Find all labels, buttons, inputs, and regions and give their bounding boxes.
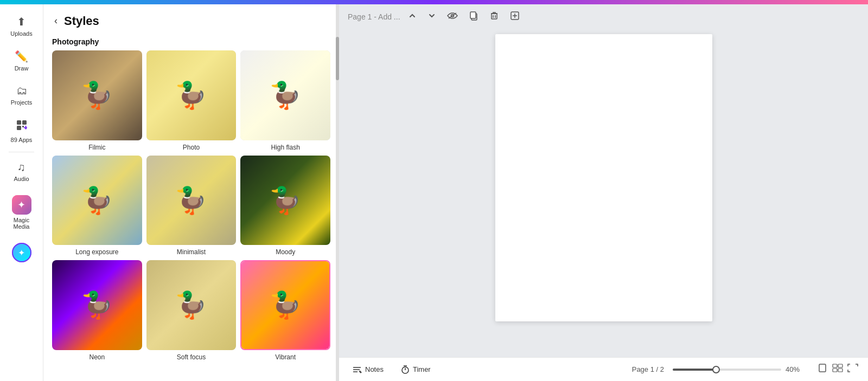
sidebar-item-projects-label: Projects	[11, 99, 33, 106]
sidebar-item-uploads[interactable]: ⬆ Uploads	[2, 10, 41, 42]
zoom-percentage: 40%	[786, 365, 807, 373]
sidebar-item-audio-label: Audio	[14, 176, 29, 182]
zoom-slider[interactable]	[673, 369, 781, 371]
sidebar-item-uploads-label: Uploads	[10, 30, 32, 37]
svg-rect-24	[833, 364, 837, 367]
styles-header: ‹ Styles	[43, 4, 339, 33]
zoom-control: 40%	[673, 365, 807, 373]
audio-icon: ♫	[17, 161, 25, 173]
zoom-thumb[interactable]	[712, 366, 720, 373]
timer-label: Timer	[413, 365, 431, 373]
canvas-page	[495, 34, 712, 321]
style-item-neon[interactable]: 🦆 Neon	[52, 260, 142, 361]
add-page-button[interactable]	[507, 9, 523, 24]
style-label-vibrant: Vibrant	[275, 353, 296, 361]
sidebar-item-apps-label: 89 Apps	[11, 137, 33, 143]
softfocus-preview: 🦆	[146, 260, 237, 350]
style-thumb-neon: 🦆	[52, 260, 142, 350]
style-thumb-filmic: 🦆	[52, 50, 142, 140]
style-label-minimalist: Minimalist	[177, 248, 206, 256]
single-page-view-button[interactable]	[816, 363, 829, 376]
delete-button[interactable]	[486, 9, 502, 24]
bottom-bar: Notes Timer Page 1 / 2 40%	[339, 357, 868, 381]
style-item-minimalist[interactable]: 🦆 Minimalist	[146, 156, 237, 256]
sidebar-item-draw[interactable]: ✏️ Draw	[2, 44, 41, 77]
minimalist-preview: 🦆	[146, 156, 237, 246]
style-label-photo: Photo	[183, 144, 200, 151]
style-item-moody[interactable]: 🦆 Moody	[240, 156, 330, 256]
sidebar-item-apps[interactable]: 89 Apps	[2, 113, 41, 148]
moody-preview: 🦆	[240, 156, 330, 246]
style-item-filmic[interactable]: 🦆 Filmic	[52, 50, 142, 151]
vibrant-preview: 🦆	[241, 261, 329, 349]
style-thumb-longexposure: 🦆	[52, 156, 142, 246]
svg-rect-4	[22, 126, 24, 127]
magic-studio-icon: ✦	[12, 243, 31, 262]
page-label: Page 1 - Add ...	[348, 12, 400, 21]
uploads-icon: ⬆	[17, 15, 26, 28]
sidebar-item-magic-studio[interactable]: ✦	[2, 237, 41, 270]
sidebar-item-draw-label: Draw	[15, 65, 29, 72]
style-item-photo[interactable]: 🦆 Photo	[146, 50, 237, 151]
style-thumb-softfocus: 🦆	[146, 260, 237, 350]
svg-rect-11	[492, 14, 497, 19]
style-thumb-photo: 🦆	[146, 50, 237, 140]
apps-icon	[15, 119, 28, 134]
page-controls: Page 1 - Add ...	[339, 4, 868, 29]
svg-rect-10	[470, 12, 476, 18]
back-button[interactable]: ‹	[52, 13, 60, 29]
styles-title: Styles	[64, 14, 99, 28]
notes-icon	[352, 365, 362, 374]
copy-button[interactable]	[465, 9, 482, 24]
timer-icon	[401, 365, 410, 374]
canvas-area: Page 1 - Add ...	[339, 4, 868, 381]
sidebar-item-audio[interactable]: ♫ Audio	[2, 156, 41, 188]
svg-rect-23	[819, 364, 826, 372]
style-label-longexposure: Long exposure	[75, 248, 118, 256]
grid-view-button[interactable]	[831, 363, 844, 376]
style-item-vibrant[interactable]: 🦆 Vibrant	[240, 260, 330, 361]
page-dash: -	[374, 12, 378, 21]
draw-icon: ✏️	[15, 50, 28, 63]
filmic-preview: 🦆	[52, 50, 142, 140]
scroll-thumb[interactable]	[336, 37, 339, 80]
style-item-longexposure[interactable]: 🦆 Long exposure	[52, 156, 142, 256]
timer-button[interactable]: Timer	[397, 363, 435, 376]
page-down-button[interactable]	[424, 9, 439, 24]
style-item-softfocus[interactable]: 🦆 Soft focus	[146, 260, 237, 361]
page-number-label: Page 1	[348, 12, 372, 21]
sidebar-item-projects[interactable]: 🗂 Projects	[2, 79, 41, 111]
notes-button[interactable]: Notes	[348, 363, 388, 376]
svg-rect-25	[838, 364, 843, 367]
highflash-preview: 🦆	[240, 50, 330, 140]
style-label-highflash: High flash	[271, 144, 299, 151]
section-title: Photography	[43, 33, 339, 50]
magic-media-icon: ✦	[12, 195, 31, 215]
style-label-filmic: Filmic	[88, 144, 105, 151]
page-action-label[interactable]: Add ...	[378, 12, 400, 21]
svg-rect-27	[838, 369, 843, 372]
style-label-neon: Neon	[89, 353, 105, 361]
canvas-wrapper[interactable]	[339, 29, 868, 357]
page-up-button[interactable]	[405, 9, 420, 24]
neon-preview: 🦆	[52, 260, 142, 350]
photo-preview: 🦆	[146, 50, 237, 140]
sidebar-item-magic-media[interactable]: ✦ Magic Media	[2, 190, 41, 235]
view-buttons	[816, 363, 859, 376]
styles-grid: 🦆 Filmic 🦆 Photo 🦆 High flash	[43, 50, 339, 361]
top-gradient-bar	[0, 0, 868, 4]
style-label-moody: Moody	[276, 248, 295, 256]
longexposure-preview: 🦆	[52, 156, 142, 246]
fullscreen-button[interactable]	[846, 363, 859, 376]
svg-rect-0	[17, 120, 21, 125]
style-thumb-moody: 🦆	[240, 156, 330, 246]
style-thumb-vibrant: 🦆	[240, 260, 330, 350]
svg-rect-26	[833, 369, 837, 372]
projects-icon: 🗂	[16, 85, 27, 97]
style-thumb-minimalist: 🦆	[146, 156, 237, 246]
zoom-fill	[673, 369, 716, 371]
icon-sidebar: ⬆ Uploads ✏️ Draw 🗂 Projects	[0, 4, 43, 381]
style-item-highflash[interactable]: 🦆 High flash	[240, 50, 330, 151]
sidebar-divider	[9, 152, 34, 152]
visibility-button[interactable]	[444, 9, 461, 24]
